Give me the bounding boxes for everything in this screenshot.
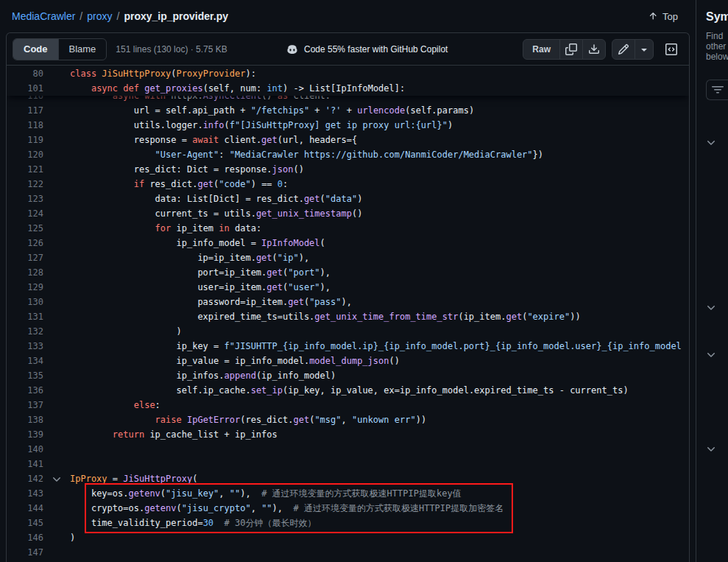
line-number[interactable]: 124 xyxy=(7,206,43,221)
code-text: expired_time_ts=utils.get_unix_time_from… xyxy=(70,309,689,324)
code-line: 128 port=ip_item.get("port"), xyxy=(7,265,689,280)
file-meta: 151 lines (130 loc) · 5.75 KB xyxy=(116,44,227,55)
code-text: user=ip_item.get("user"), xyxy=(70,280,689,295)
toolbar-actions: Raw xyxy=(523,39,683,60)
code-line: 117 url = self.api_path + "/fetchips" + … xyxy=(7,103,689,118)
edit-button[interactable] xyxy=(612,39,635,60)
code-line: 125 for ip_item in data: xyxy=(7,221,689,236)
line-number[interactable]: 132 xyxy=(7,324,43,339)
line-number[interactable]: 117 xyxy=(7,103,43,118)
line-number[interactable]: 145 xyxy=(7,516,43,530)
code-text: ip_infos.append(ip_info_model) xyxy=(70,368,689,383)
code-line: 141 xyxy=(7,457,689,471)
code-text: port=ip_item.get("port"), xyxy=(70,265,689,280)
line-number[interactable]: 118 xyxy=(7,118,43,133)
line-number[interactable]: 138 xyxy=(7,412,43,427)
line-number[interactable]: 144 xyxy=(7,501,43,516)
code-text: class JiSuHttpProxy(ProxyProvider): xyxy=(70,66,689,81)
code-text: current_ts = utils.get_unix_timestamp() xyxy=(70,206,689,221)
code-line: 127 ip=ip_item.get("ip"), xyxy=(7,250,689,265)
breadcrumb-folder-link[interactable]: proxy xyxy=(87,10,112,22)
code-text: ) xyxy=(70,530,689,545)
edit-button-group xyxy=(612,39,654,60)
code-text: url = self.api_path + "/fetchips" + '?' … xyxy=(70,103,689,118)
code-line: 145 time_validity_period=30 # 30分钟（最长时效） xyxy=(7,516,689,530)
symbol-collapse-icon[interactable] xyxy=(705,301,717,313)
code-text: raise IpGetError(res_dict.get("msg", "un… xyxy=(70,412,689,427)
code-editor: 116 async with httpx.AsyncClient() as cl… xyxy=(7,66,689,562)
line-number[interactable]: 121 xyxy=(7,162,43,177)
line-number[interactable]: 128 xyxy=(7,265,43,280)
raw-button[interactable]: Raw xyxy=(523,39,560,60)
back-to-top-button[interactable]: Top xyxy=(642,8,684,25)
code-line: 80class JiSuHttpProxy(ProxyProvider): xyxy=(7,66,689,81)
symbols-title: Sym xyxy=(706,10,728,24)
code-text: utils.logger.info(f"[JiSuHttpProxy] get … xyxy=(70,118,689,133)
line-number[interactable]: 139 xyxy=(7,427,43,442)
copy-button[interactable] xyxy=(559,39,583,60)
filter-icon xyxy=(712,84,724,96)
line-number[interactable]: 135 xyxy=(7,368,43,383)
symbols-toggle-button[interactable] xyxy=(660,39,683,60)
line-number[interactable]: 133 xyxy=(7,339,43,354)
line-number[interactable]: 122 xyxy=(7,177,43,192)
line-number[interactable]: 80 xyxy=(7,66,43,81)
code-line: 130 password=ip_item.get("pass"), xyxy=(7,295,689,309)
back-to-top-label: Top xyxy=(662,11,678,22)
code-line: 122 if res_dict.get("code") == 0: xyxy=(7,177,689,192)
symbols-description-line: other xyxy=(706,41,728,52)
line-number[interactable]: 137 xyxy=(7,398,43,412)
line-number[interactable]: 127 xyxy=(7,250,43,265)
line-number[interactable]: 141 xyxy=(7,457,43,471)
code-text: ip_key = f"JISUHTTP_{ip_info_model.ip}_{… xyxy=(70,339,689,354)
tab-blame[interactable]: Blame xyxy=(58,39,107,60)
line-number[interactable]: 130 xyxy=(7,295,43,309)
line-number[interactable]: 147 xyxy=(7,545,43,560)
breadcrumb-repo-link[interactable]: MediaCrawler xyxy=(12,10,75,22)
symbol-collapse-icon[interactable] xyxy=(705,348,717,360)
download-button[interactable] xyxy=(582,39,606,60)
code-text: ) xyxy=(70,324,689,339)
code-text: return ip_cache_list + ip_infos xyxy=(70,427,689,442)
line-number[interactable]: 119 xyxy=(7,133,43,147)
line-number[interactable]: 134 xyxy=(7,354,43,368)
code-text: res_dict: Dict = response.json() xyxy=(70,162,689,177)
code-line: 136 self.ip_cache.set_ip(ip_key, ip_valu… xyxy=(7,383,689,398)
copy-icon xyxy=(565,43,577,55)
line-number[interactable]: 129 xyxy=(7,280,43,295)
line-number[interactable]: 131 xyxy=(7,309,43,324)
code-line: 101 async def get_proxies(self, num: int… xyxy=(7,81,689,96)
line-number[interactable]: 120 xyxy=(7,147,43,162)
breadcrumb-filename: proxy_ip_provider.py xyxy=(124,10,228,22)
code-text: IpProxy = JiSuHttpProxy( xyxy=(70,471,689,486)
line-number[interactable]: 140 xyxy=(7,442,43,457)
symbol-collapse-icon[interactable] xyxy=(705,443,717,454)
triangle-down-icon xyxy=(638,43,650,55)
copilot-icon xyxy=(286,43,298,55)
pencil-icon xyxy=(618,43,629,55)
line-number[interactable]: 101 xyxy=(7,81,43,96)
code-line: 124 current_ts = utils.get_unix_timestam… xyxy=(7,206,689,221)
code-square-icon xyxy=(665,43,677,55)
tab-code[interactable]: Code xyxy=(13,39,58,60)
symbols-filter-input[interactable] xyxy=(706,80,728,100)
code-line: 147 xyxy=(7,545,689,560)
code-text: data: List[Dict] = res_dict.get("data") xyxy=(70,192,689,206)
line-number[interactable]: 125 xyxy=(7,221,43,236)
copilot-banner[interactable]: Code 55% faster with GitHub Copilot xyxy=(286,43,448,55)
code-line: 123 data: List[Dict] = res_dict.get("dat… xyxy=(7,192,689,206)
line-number[interactable]: 146 xyxy=(7,530,43,545)
code-text: response = await client.get(url, headers… xyxy=(70,133,689,147)
line-number[interactable]: 142 xyxy=(7,471,43,486)
line-number[interactable]: 126 xyxy=(7,236,43,250)
edit-dropdown-button[interactable] xyxy=(635,39,654,60)
code-line: 118 utils.logger.info(f"[JiSuHttpProxy] … xyxy=(7,118,689,133)
symbol-collapse-icon[interactable] xyxy=(705,136,717,148)
fold-chevron-icon[interactable] xyxy=(43,473,70,485)
line-number[interactable]: 136 xyxy=(7,383,43,398)
code-line: 120 "User-Agent": "MediaCrawler https://… xyxy=(7,147,689,162)
code-text: ip_value = ip_info_model.model_dump_json… xyxy=(70,354,689,368)
line-number[interactable]: 143 xyxy=(7,486,43,501)
line-number[interactable]: 123 xyxy=(7,192,43,206)
code-line: 146) xyxy=(7,530,689,545)
